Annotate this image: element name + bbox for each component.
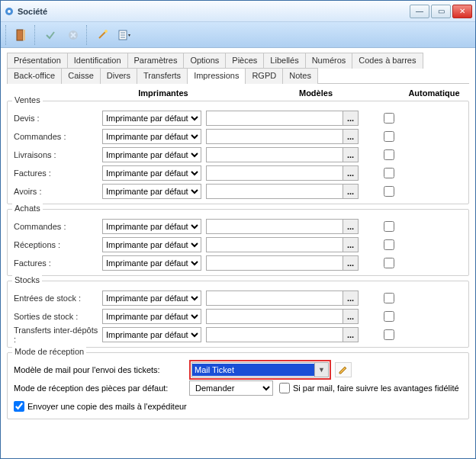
copy-checkbox-label[interactable]: Envoyer une copie des mails à l'expédite… [14, 401, 187, 412]
tab-options[interactable]: Options [183, 53, 226, 69]
model-browse-button[interactable]: ... [343, 130, 358, 143]
tab-transferts[interactable]: Transferts [137, 68, 188, 84]
model-select[interactable]: ... [206, 147, 359, 162]
groups-container: VentesDevis :Imprimante par défaut...Com… [7, 101, 469, 348]
tab-rgpd[interactable]: RGPD [245, 68, 283, 84]
model-browse-button[interactable]: ... [343, 328, 358, 342]
row-label: Sorties de stock : [12, 312, 102, 321]
exit-icon[interactable] [11, 25, 31, 45]
wand-icon[interactable] [92, 25, 112, 45]
auto-checkbox[interactable] [384, 239, 394, 250]
toolbar-separator [86, 25, 89, 45]
row: Factures :Imprimante par défaut... [12, 254, 464, 272]
titlebar: Société — ▭ ✕ [1, 1, 475, 22]
svg-point-5 [105, 30, 108, 33]
model-select[interactable]: ... [206, 290, 359, 306]
tab-caisse[interactable]: Caisse [61, 68, 101, 84]
svg-point-1 [8, 10, 11, 13]
tab-pi-ces[interactable]: Pièces [225, 53, 264, 69]
check-icon[interactable] [40, 25, 60, 45]
group-title-stocks: Stocks [12, 275, 42, 284]
printer-select[interactable]: Imprimante par défaut [102, 129, 201, 144]
model-select[interactable]: ... [206, 111, 359, 126]
group-title-mode: Mode de réception [12, 347, 86, 356]
auto-checkbox[interactable] [384, 329, 394, 340]
auto-checkbox[interactable] [384, 258, 394, 268]
model-browse-button[interactable]: ... [343, 111, 358, 125]
chevron-down-icon[interactable]: ▼ [314, 363, 328, 377]
forward-checkbox[interactable] [279, 383, 290, 393]
printer-select[interactable]: Imprimante par défaut [102, 111, 201, 126]
window-title: Société [18, 7, 410, 16]
printer-select[interactable]: Imprimante par défaut [102, 219, 201, 234]
auto-checkbox[interactable] [384, 221, 394, 232]
tab-libell-s[interactable]: Libellés [263, 53, 305, 69]
model-browse-button[interactable]: ... [343, 310, 358, 323]
model-select[interactable]: ... [206, 309, 359, 324]
model-select[interactable]: ... [206, 255, 359, 271]
auto-cell [359, 149, 420, 160]
model-select[interactable]: ... [206, 165, 359, 181]
content-area: PrésentationIdentificationParamètresOpti… [1, 48, 475, 429]
model-select[interactable]: ... [206, 237, 359, 252]
group-title-ventes: Ventes [12, 95, 43, 104]
printer-select[interactable]: Imprimante par défaut [102, 237, 201, 252]
edit-mail-model-button[interactable] [335, 362, 352, 377]
auto-checkbox[interactable] [384, 149, 394, 160]
printer-select[interactable]: Imprimante par défaut [102, 309, 201, 324]
tab-divers[interactable]: Divers [100, 68, 137, 84]
mail-model-row: Modèle de mail pour l'envoi des tickets:… [12, 361, 464, 379]
maximize-button[interactable]: ▭ [431, 5, 451, 18]
model-select[interactable]: ... [206, 184, 359, 199]
group-title-achats: Achats [12, 204, 43, 213]
copy-checkbox[interactable] [14, 401, 24, 412]
model-browse-button[interactable]: ... [343, 238, 358, 252]
mail-model-select[interactable]: Mail Ticket ▼ [191, 362, 329, 377]
model-browse-button[interactable]: ... [343, 291, 358, 305]
printer-select[interactable]: Imprimante par défaut [102, 147, 201, 162]
row-label: Commandes : [12, 222, 102, 231]
close-button[interactable]: ✕ [452, 5, 472, 18]
mail-model-value: Mail Ticket [192, 364, 314, 376]
tab-pr-sentation[interactable]: Présentation [7, 53, 68, 69]
group-mode: Mode de réception Modèle de mail pour l'… [7, 352, 469, 419]
model-browse-button[interactable]: ... [343, 256, 358, 270]
cancel-icon[interactable] [63, 25, 83, 45]
row: Livraisons :Imprimante par défaut... [12, 146, 464, 164]
tab-codes-barres[interactable]: Codes à barres [352, 53, 423, 69]
default-mode-select[interactable]: Demander [189, 380, 273, 396]
model-browse-button[interactable]: ... [343, 220, 358, 233]
tab-param-tres[interactable]: Paramètres [127, 53, 185, 69]
copy-row: Envoyer une copie des mails à l'expédite… [12, 397, 464, 416]
model-select[interactable]: ... [206, 129, 359, 144]
tab-strip: PrésentationIdentificationParamètresOpti… [7, 53, 469, 84]
minimize-button[interactable]: — [410, 5, 429, 18]
doc-dropdown-icon[interactable] [115, 25, 135, 45]
tab-identification[interactable]: Identification [67, 53, 128, 69]
forward-checkbox-label[interactable]: Si par mail, faire suivre les avantages … [279, 383, 459, 393]
tab-back-office[interactable]: Back-office [7, 68, 62, 84]
model-browse-button[interactable]: ... [343, 148, 358, 162]
model-select[interactable]: ... [206, 327, 359, 342]
row-label: Avoirs : [12, 187, 102, 196]
auto-checkbox[interactable] [384, 311, 394, 322]
tab-impressions[interactable]: Impressions [187, 68, 246, 84]
auto-cell [359, 131, 420, 142]
row: Devis :Imprimante par défaut... [12, 109, 464, 127]
printer-select[interactable]: Imprimante par défaut [102, 290, 201, 306]
model-browse-button[interactable]: ... [343, 185, 358, 198]
printer-select[interactable]: Imprimante par défaut [102, 184, 201, 199]
printer-select[interactable]: Imprimante par défaut [102, 327, 201, 342]
printer-select[interactable]: Imprimante par défaut [102, 165, 201, 181]
auto-checkbox[interactable] [384, 113, 394, 124]
tab-num-ros[interactable]: Numéros [305, 53, 353, 69]
auto-checkbox[interactable] [384, 168, 394, 178]
printer-select[interactable]: Imprimante par défaut [102, 255, 201, 271]
tab-notes[interactable]: Notes [282, 68, 318, 84]
model-browse-button[interactable]: ... [343, 166, 358, 180]
auto-checkbox[interactable] [384, 293, 394, 303]
auto-checkbox[interactable] [384, 131, 394, 142]
model-select[interactable]: ... [206, 219, 359, 234]
auto-checkbox[interactable] [384, 186, 394, 197]
auto-cell [359, 258, 420, 268]
